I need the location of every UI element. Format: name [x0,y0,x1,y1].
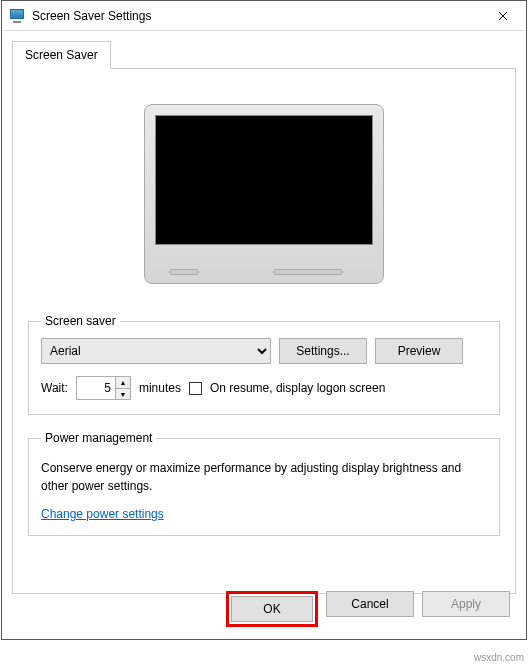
monitor-preview [28,84,500,314]
watermark-text: wsxdn.com [474,652,524,663]
close-button[interactable] [480,1,526,30]
titlebar: Screen Saver Settings [2,1,526,31]
power-description: Conserve energy or maximize performance … [41,459,487,495]
wait-down-icon[interactable]: ▼ [116,388,130,399]
power-management-group: Power management Conserve energy or maxi… [28,431,500,536]
cancel-button[interactable]: Cancel [326,591,414,617]
change-power-link[interactable]: Change power settings [41,507,164,521]
monitor-frame [144,104,384,284]
close-icon [498,11,508,21]
ok-highlight-box: OK [226,591,318,627]
screensaver-legend: Screen saver [41,314,120,328]
dialog-window: Screen Saver Settings Screen Saver Scree… [1,0,527,640]
screensaver-app-icon [10,9,26,23]
tab-container: Screen Saver Screen saver Aerial Setting… [2,31,526,594]
dialog-button-row: OK Cancel Apply [226,591,510,627]
tab-strip: Screen Saver [12,41,516,69]
power-legend: Power management [41,431,156,445]
wait-label: Wait: [41,381,68,395]
apply-button: Apply [422,591,510,617]
screensaver-group: Screen saver Aerial Settings... Preview … [28,314,500,415]
resume-label: On resume, display logon screen [210,381,385,395]
wait-up-icon[interactable]: ▲ [116,377,130,388]
ok-button[interactable]: OK [231,596,313,622]
minutes-label: minutes [139,381,181,395]
monitor-screen [155,115,373,245]
screensaver-select[interactable]: Aerial [41,338,271,364]
settings-button[interactable]: Settings... [279,338,367,364]
window-title: Screen Saver Settings [32,9,480,23]
wait-spinner[interactable]: ▲ ▼ [76,376,131,400]
monitor-base-icon [273,269,343,275]
tab-screensaver[interactable]: Screen Saver [12,41,111,69]
wait-input[interactable] [77,377,115,399]
resume-checkbox[interactable] [189,382,202,395]
monitor-button-icon [169,269,199,275]
preview-button[interactable]: Preview [375,338,463,364]
tab-panel: Screen saver Aerial Settings... Preview … [12,69,516,594]
